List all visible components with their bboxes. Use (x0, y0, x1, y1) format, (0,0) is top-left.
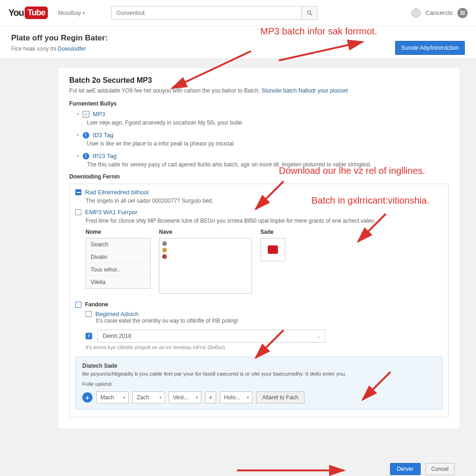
nave-icons (162, 241, 249, 259)
feature-link[interactable]: MP3 (93, 111, 106, 118)
col-label: Sade (260, 229, 285, 235)
search-input[interactable] (111, 6, 302, 20)
panel-title: Batch 2o Securted MP3 (69, 76, 449, 85)
date-select[interactable]: Deinh.2018 ⌄ (98, 330, 325, 343)
info-icon: i (83, 153, 89, 159)
list-item[interactable]: Tous wihor.. (86, 264, 150, 276)
user-name[interactable]: Cancercts (425, 9, 453, 16)
diatech-controls: + Mach Zach Vest... + Holo... Altaret to… (82, 391, 436, 403)
select-vest[interactable]: Vest... (169, 391, 201, 403)
arrow-icon (232, 465, 349, 476)
checkbox-unchecked-icon[interactable] (75, 209, 81, 215)
feature-desc: The this ualte for senrey pasy of cad ap… (87, 161, 449, 168)
feature-link[interactable]: IP23 Tag (93, 152, 117, 159)
search-icon (306, 10, 313, 16)
diatech-title: Diatech Sade (82, 363, 436, 369)
downloading-heading: Downloding Fernin (69, 173, 449, 180)
info-icon: i (83, 132, 89, 139)
feature-id3: • i ID3 Tag User is like wr the place to… (77, 132, 449, 147)
top-bar: You Tube Moodbay ▾ Cancercts (0, 0, 476, 26)
three-columns: Nome Search Divalin Tous wihor.. Vilelia… (86, 229, 443, 294)
svg-point-0 (307, 11, 311, 14)
dl-item-link[interactable]: Rad Ellrerredred bilhool (85, 189, 149, 196)
list-item[interactable]: Vilelia (86, 276, 150, 288)
select-mach[interactable]: Mach (96, 391, 129, 403)
sunole-button[interactable]: Sunole Ady/Intrerdction (395, 41, 465, 55)
user-area: Cancercts (411, 8, 468, 18)
header-menu-label: Moodbay (58, 10, 81, 16)
chevron-down-icon: ⌄ (317, 334, 320, 339)
checkbox-checked-icon[interactable] (75, 189, 81, 195)
checkbox-icon[interactable]: ✓ (83, 111, 89, 118)
add-circle-button[interactable]: + (82, 392, 93, 403)
panel-desc-text: Ful lot aeE addulatie YO9 fee het oouyou… (69, 87, 261, 94)
altaret-button[interactable]: Altaret to Fach (256, 391, 304, 403)
feature-mp3: • ✓ MP3 Lser neje aign. Fgoed aroevedy i… (77, 111, 449, 126)
feature-ip23: • i IP23 Tag The this ualte for senrey p… (77, 152, 449, 168)
dl-item-desc: The sngets in all oel sador 00020077? Su… (86, 198, 443, 204)
begined-desc: It's casie eatel the omintily ou eay to … (96, 317, 443, 324)
dl-item-2: EMP3 WA1 Furrpor (75, 209, 443, 216)
footer-buttons: Derver Concel (390, 463, 455, 475)
settings-menu-button[interactable] (457, 8, 468, 18)
checkbox-icon[interactable] (75, 302, 81, 308)
derver-button[interactable]: Derver (390, 463, 421, 475)
download-box: Rad Ellrerredred bilhool The sngets in a… (69, 184, 449, 417)
youtube-icon (268, 245, 278, 254)
nome-list[interactable]: Search Divalin Tous wihor.. Vilelia (86, 238, 151, 289)
diatech-box: Diatech Sade lite poyun/schtigeadly b yo… (75, 357, 443, 410)
col-nave: Nave (159, 229, 252, 294)
col-label: Nome (86, 229, 151, 235)
svg-line-1 (311, 13, 312, 15)
date-select-row: 7 Deinh.2018 ⌄ (86, 330, 443, 343)
sub-header: Plate off you Regin Bater: Fice heak son… (0, 26, 476, 59)
avatar-icon[interactable] (411, 8, 421, 18)
svg-rect-2 (460, 11, 465, 12)
menu-lines-icon (460, 11, 465, 15)
fandone-section: Fandone Begimed Adsich It's casie eatel … (75, 301, 443, 350)
add-square-button[interactable]: + (205, 391, 216, 403)
nave-box[interactable] (159, 238, 252, 294)
subline-text: Fice heak sony thi (11, 46, 58, 52)
logo-you-text: You (8, 7, 24, 18)
list-item[interactable]: Search (86, 238, 150, 251)
col-label: Nave (159, 229, 252, 235)
date-hint: It's ervna bye clilinilie propolt on an … (86, 344, 443, 350)
dl-item-desc: Fred lime for clonce shiy MP Bcoewnk lut… (86, 218, 443, 224)
select-zach[interactable]: Zach (132, 391, 165, 403)
col-nome: Nome Search Divalin Tous wihor.. Vilelia (86, 229, 151, 294)
main-panel: Batch 2o Securted MP3 Ful lot aeE addula… (58, 67, 460, 429)
header-menu-dropdown[interactable]: Moodbay ▾ (58, 10, 85, 16)
select-holo[interactable]: Holo... (220, 391, 252, 403)
feature-desc: Lser neje aign. Fgoed aroevedy in socahi… (87, 119, 449, 126)
panel-desc-link[interactable]: Stunolie batch Nallodr your plooset (261, 87, 348, 94)
begined-option: Begimed Adsich It's casie eatel the omin… (86, 311, 443, 324)
search-button[interactable] (302, 6, 317, 20)
feature-link[interactable]: ID3 Tag (93, 132, 114, 139)
dl-item-1: Rad Ellrerredred bilhool (75, 189, 443, 196)
fandone-label: Fandone (85, 301, 108, 308)
list-item[interactable]: Divalin (86, 251, 150, 264)
downloader-link[interactable]: Dowulodfer (58, 46, 86, 52)
sade-box[interactable] (260, 238, 285, 261)
diatech-fule: Fulle uplond. (82, 381, 436, 387)
cancel-button[interactable]: Concel (425, 463, 455, 475)
checkbox-icon[interactable] (86, 311, 92, 317)
dl-item-link[interactable]: EMP3 WA1 Furrpor (85, 209, 138, 216)
svg-rect-3 (460, 13, 465, 13)
chevron-down-icon: ▾ (83, 11, 85, 15)
logo[interactable]: You Tube (8, 7, 48, 19)
begined-link[interactable]: Begimed Adsich (95, 311, 139, 317)
diatech-desc: lite poyun/schtigeadly b you cable feet … (82, 371, 436, 377)
date-value: Deinh.2018 (103, 333, 131, 339)
col-sade: Sade (260, 229, 285, 294)
date-icon: 7 (86, 333, 92, 339)
feature-desc: User is like wr the place to a infor pea… (87, 140, 449, 147)
logo-tube-text: Tube (25, 7, 48, 19)
svg-rect-4 (460, 14, 465, 15)
features-heading: Furnentent Bullys (69, 100, 449, 107)
panel-desc: Ful lot aeE addulatie YO9 fee het oouyou… (69, 87, 449, 94)
search-wrap (111, 6, 317, 20)
